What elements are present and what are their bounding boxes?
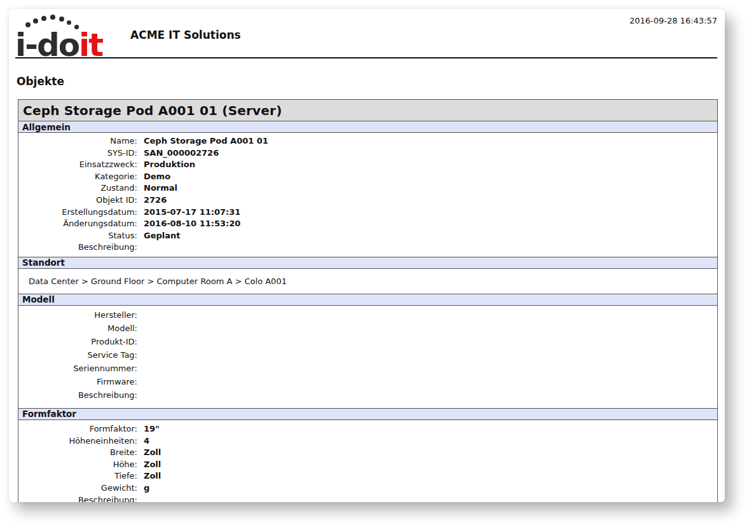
field-row: Name:Ceph Storage Pod A001 01 — [18, 136, 717, 148]
field-value: 2015-07-17 11:07:31 — [144, 207, 240, 217]
object-sections: AllgemeinName:Ceph Storage Pod A001 01SY… — [18, 121, 717, 502]
field-label: Firmware: — [18, 377, 137, 386]
field-label: Gewicht: — [18, 483, 137, 493]
field-label: Kategorie: — [18, 172, 137, 181]
logo-dot-icon — [67, 20, 71, 25]
section-header-allgemein: Allgemein — [18, 121, 717, 133]
logo-dot-icon — [50, 15, 55, 20]
field-row: Höheneinheiten:4 — [18, 436, 717, 448]
location-path: Data Center > Ground Floor > Computer Ro… — [29, 275, 717, 287]
field-label: Beschreibung: — [18, 242, 137, 252]
idoit-logo: i-doit — [15, 9, 120, 58]
field-value: 2016-08-10 11:53:20 — [144, 219, 240, 228]
field-label: Tiefe: — [18, 471, 137, 481]
section-body-allgemein: Name:Ceph Storage Pod A001 01SYS-ID:SAN_… — [18, 133, 717, 257]
field-label: Beschreibung: — [18, 495, 137, 503]
field-label: Höheneinheiten: — [18, 436, 137, 446]
field-row: Objekt ID:2726 — [18, 195, 717, 207]
field-row: Änderungsdatum:2016-08-10 11:53:20 — [18, 219, 717, 231]
field-value: Geplant — [144, 231, 181, 240]
section-header-standort: Standort — [18, 257, 717, 269]
field-label: Modell: — [18, 324, 137, 333]
field-value: Zoll — [144, 471, 161, 481]
field-row: Produkt-ID: — [18, 337, 717, 350]
field-row: Formfaktor:19" — [18, 424, 717, 436]
object-title: Ceph Storage Pod A001 01 (Server) — [18, 100, 717, 121]
field-row: Hersteller: — [18, 310, 717, 324]
field-value: Zoll — [144, 460, 161, 469]
field-row: Einsatzzweck:Produktion — [18, 160, 717, 172]
field-label: Name: — [18, 136, 137, 146]
field-label: Seriennummer: — [18, 364, 137, 373]
field-row: Status:Geplant — [18, 231, 717, 243]
field-row: Seriennummer: — [18, 364, 717, 377]
report-timestamp: 2016-09-28 16:43:57 — [629, 16, 717, 25]
field-value: Produktion — [144, 160, 195, 169]
section-header-formfaktor: Formfaktor — [18, 408, 717, 420]
field-value: Zoll — [144, 447, 161, 457]
page-title: Objekte — [17, 75, 64, 88]
logo-wordmark: i-doit — [15, 29, 102, 61]
section-header-modell: Modell — [18, 294, 717, 306]
field-row: Zustand:Normal — [18, 183, 717, 195]
field-label: Produkt-ID: — [18, 337, 137, 346]
field-value: 4 — [144, 436, 149, 446]
field-label: Änderungsdatum: — [18, 219, 137, 228]
field-value: Demo — [144, 172, 170, 181]
field-row: Service Tag: — [18, 350, 717, 364]
object-report-table: Ceph Storage Pod A001 01 (Server) Allgem… — [18, 99, 718, 502]
field-value: Ceph Storage Pod A001 01 — [144, 136, 268, 146]
field-row: Tiefe:Zoll — [18, 471, 717, 483]
field-row: Modell: — [18, 324, 717, 337]
field-label: Erstellungsdatum: — [18, 207, 137, 217]
field-row: Gewicht:g — [18, 483, 717, 495]
field-label: SYS-ID: — [18, 148, 137, 158]
field-label: Breite: — [18, 447, 137, 457]
header-divider — [15, 57, 717, 58]
section-body-standort: Data Center > Ground Floor > Computer Ro… — [18, 269, 717, 294]
field-row: Beschreibung: — [18, 495, 717, 503]
field-row: Beschreibung: — [18, 242, 717, 254]
field-row: SYS-ID:SAN_000002726 — [18, 148, 717, 160]
report-page: i-doit ACME IT Solutions 2016-09-28 16:4… — [9, 9, 725, 502]
field-value: Normal — [144, 183, 177, 193]
field-value: g — [144, 483, 149, 493]
field-value: 19" — [144, 424, 160, 433]
section-body-formfaktor: Formfaktor:19"Höheneinheiten:4Breite:Zol… — [18, 420, 717, 502]
field-label: Einsatzzweck: — [18, 160, 137, 169]
field-label: Formfaktor: — [18, 424, 137, 433]
logo-dot-icon — [59, 17, 64, 22]
section-body-modell: Hersteller:Modell:Produkt-ID:Service Tag… — [18, 306, 717, 408]
company-title: ACME IT Solutions — [130, 29, 241, 41]
field-row: Firmware: — [18, 377, 717, 390]
field-row: Breite:Zoll — [18, 447, 717, 460]
field-label: Höhe: — [18, 460, 137, 469]
logo-dot-icon — [33, 18, 38, 24]
field-label: Beschreibung: — [18, 390, 137, 400]
field-row: Beschreibung: — [18, 390, 717, 404]
field-label: Service Tag: — [18, 350, 137, 360]
field-row: Kategorie:Demo — [18, 172, 717, 184]
field-label: Status: — [18, 231, 137, 240]
field-label: Zustand: — [18, 183, 137, 193]
field-row: Höhe:Zoll — [18, 460, 717, 472]
logo-dot-icon — [41, 16, 46, 21]
field-row: Erstellungsdatum:2015-07-17 11:07:31 — [18, 207, 717, 219]
field-label: Hersteller: — [18, 310, 137, 320]
field-value: SAN_000002726 — [144, 148, 219, 158]
field-value: 2726 — [144, 195, 167, 205]
field-label: Objekt ID: — [18, 195, 137, 205]
